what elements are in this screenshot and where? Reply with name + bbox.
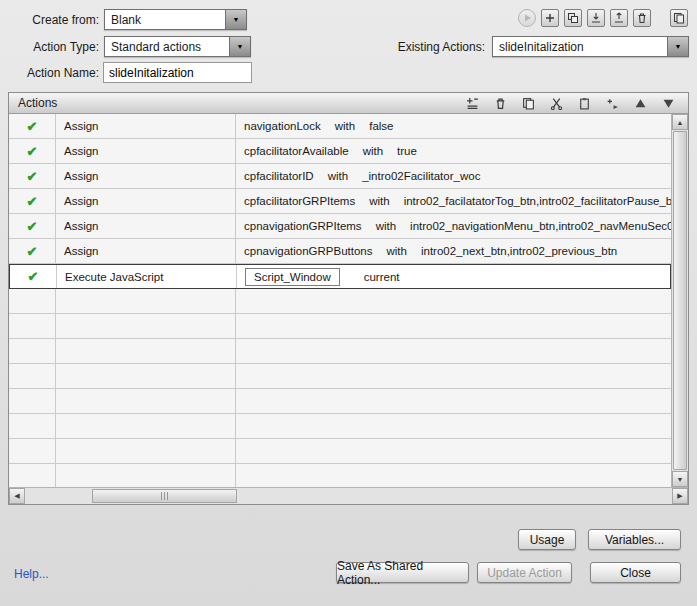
close-button[interactable]: Close: [590, 562, 681, 583]
thumb-grip: [161, 492, 162, 500]
chevron-down-icon[interactable]: ▼: [229, 37, 250, 56]
row-detail-cell: [236, 289, 671, 313]
move-row-up-button[interactable]: [632, 95, 648, 111]
action-name-label: Action Name:: [0, 66, 99, 80]
action-type-value: Standard actions: [105, 37, 229, 56]
usage-button[interactable]: Usage: [518, 529, 576, 550]
row-variable: cpnavigationGRPItems: [244, 220, 362, 232]
row-status-cell: [9, 339, 56, 363]
row-keyword: with: [335, 120, 355, 132]
row-status-cell: [9, 289, 56, 313]
action-row[interactable]: ✔ Assign navigationLock with false: [9, 114, 671, 139]
thumb-grip: [167, 492, 168, 500]
action-row[interactable]: ✔ Assign cpnavigationGRPItems with intro…: [9, 214, 671, 239]
row-variable: cpnavigationGRPButtons: [244, 245, 373, 257]
add-row-button[interactable]: [464, 95, 480, 111]
arrow-up-icon: [634, 97, 647, 110]
existing-actions-dropdown[interactable]: slideInitalization ▼: [492, 36, 689, 57]
variables-button[interactable]: Variables...: [588, 529, 681, 550]
export-action-button[interactable]: [610, 9, 628, 27]
vertical-scrollbar[interactable]: ▲ ▼: [671, 114, 688, 487]
row-detail-cell: cpfacilitatorID with _intro02Facilitator…: [236, 164, 671, 188]
table-row-empty[interactable]: [9, 464, 671, 487]
insert-row-icon: [606, 97, 619, 110]
create-from-label: Create from:: [0, 13, 99, 27]
action-type-label: Action Type:: [0, 40, 99, 54]
row-value: intro02_facilatatorTog_btn,intro02_facil…: [404, 195, 671, 207]
help-link[interactable]: Help...: [14, 567, 49, 581]
row-action-label: Assign: [56, 214, 236, 238]
copy-action-button[interactable]: [670, 9, 688, 27]
action-row[interactable]: ✔ Assign cpfacilitatorID with _intro02Fa…: [9, 164, 671, 189]
copy-icon: [522, 97, 535, 110]
add-row-icon: [466, 97, 479, 110]
table-row-empty[interactable]: [9, 364, 671, 389]
action-name-input[interactable]: [103, 62, 252, 83]
scroll-up-button[interactable]: ▲: [672, 114, 688, 130]
copy-icon: [673, 12, 685, 24]
row-action-label: Assign: [56, 189, 236, 213]
table-row-empty[interactable]: [9, 389, 671, 414]
arrow-down-icon: [662, 97, 675, 110]
cut-row-button[interactable]: [548, 95, 564, 111]
paste-row-button[interactable]: [576, 95, 592, 111]
row-action-cell: [56, 414, 236, 438]
create-new-action-button[interactable]: [541, 9, 559, 27]
import-icon: [590, 12, 602, 24]
preview-actions-button[interactable]: [518, 9, 536, 27]
import-action-button[interactable]: [587, 9, 605, 27]
save-as-shared-action-button[interactable]: Save As Shared Action...: [336, 562, 469, 583]
create-from-dropdown[interactable]: Blank ▼: [104, 9, 247, 30]
table-row-empty[interactable]: [9, 314, 671, 339]
vertical-scroll-thumb[interactable]: [673, 131, 687, 470]
row-detail-cell: [236, 464, 671, 487]
horizontal-scroll-thumb[interactable]: [92, 489, 237, 503]
row-action-cell: [56, 364, 236, 388]
horizontal-scrollbar[interactable]: ◀ ▶: [9, 487, 688, 504]
paste-icon: [578, 97, 591, 110]
action-row-selected[interactable]: ✔ Execute JavaScript Script_Window curre…: [9, 264, 671, 289]
row-status-cell: ✔: [9, 239, 56, 263]
row-value: _intro02Facilitator_woc: [362, 170, 480, 182]
existing-actions-label: Existing Actions:: [383, 40, 485, 54]
table-row-empty[interactable]: [9, 439, 671, 464]
duplicate-action-button[interactable]: [564, 9, 582, 27]
move-row-down-button[interactable]: [660, 95, 676, 111]
scroll-right-button[interactable]: ▶: [672, 488, 688, 504]
insert-row-button[interactable]: [604, 95, 620, 111]
action-row[interactable]: ✔ Assign cpfacilitatorAvailable with tru…: [9, 139, 671, 164]
existing-actions-value: slideInitalization: [493, 37, 667, 56]
copy-row-button[interactable]: [520, 95, 536, 111]
row-status-cell: [9, 314, 56, 338]
table-row-empty[interactable]: [9, 289, 671, 314]
row-action-cell: [56, 389, 236, 413]
action-type-dropdown[interactable]: Standard actions ▼: [104, 36, 251, 57]
script-window-button[interactable]: Script_Window: [245, 268, 340, 286]
row-detail-cell: cpnavigationGRPButtons with intro02_next…: [236, 239, 671, 263]
row-status-cell: [9, 364, 56, 388]
row-value: false: [369, 120, 393, 132]
update-action-button[interactable]: Update Action: [477, 562, 572, 583]
action-row[interactable]: ✔ Assign cpfacilitatorGRPItems with intr…: [9, 189, 671, 214]
table-row-empty[interactable]: [9, 339, 671, 364]
row-detail-cell: navigationLock with false: [236, 114, 671, 138]
check-icon: ✔: [27, 244, 38, 259]
table-row-empty[interactable]: [9, 414, 671, 439]
delete-action-button[interactable]: [633, 9, 651, 27]
row-keyword: with: [376, 220, 396, 232]
delete-row-button[interactable]: [492, 95, 508, 111]
row-keyword: with: [369, 195, 389, 207]
row-detail-cell: [236, 389, 671, 413]
row-action-label: Assign: [56, 239, 236, 263]
row-detail-cell: Script_Window current: [237, 265, 670, 288]
chevron-down-icon[interactable]: ▼: [667, 37, 688, 56]
scroll-left-button[interactable]: ◀: [9, 488, 25, 504]
chevron-down-icon[interactable]: ▼: [225, 10, 246, 29]
row-keyword: with: [328, 170, 348, 182]
actions-panel: Actions: [8, 92, 689, 505]
trash-icon: [636, 12, 648, 24]
action-row[interactable]: ✔ Assign cpnavigationGRPButtons with int…: [9, 239, 671, 264]
row-variable: navigationLock: [244, 120, 321, 132]
row-variable: cpfacilitatorGRPItems: [244, 195, 355, 207]
scroll-down-button[interactable]: ▼: [672, 471, 688, 487]
